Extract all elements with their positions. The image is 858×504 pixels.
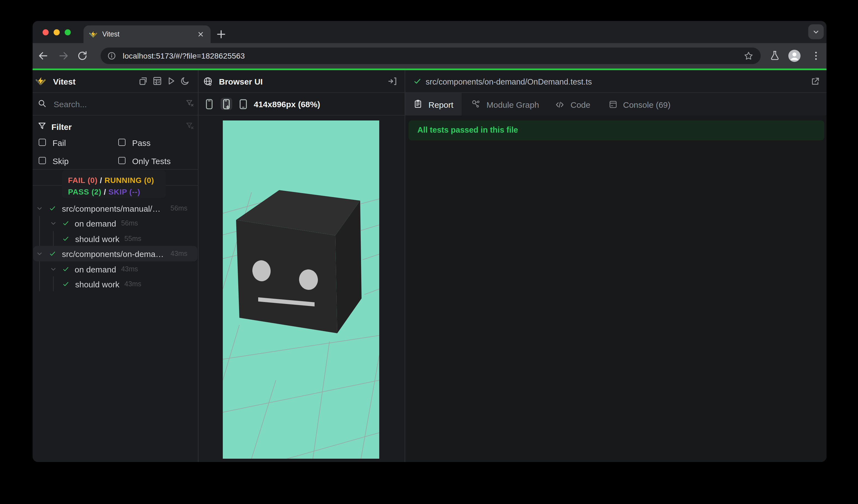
device-phone-plus-icon — [223, 99, 230, 109]
pass-check-icon — [62, 235, 69, 242]
tab-module-graph[interactable]: Module Graph — [487, 100, 539, 110]
extension-flask-icon[interactable] — [769, 50, 781, 61]
open-external-icon[interactable] — [810, 77, 820, 86]
url-text[interactable]: localhost:5173/#/?file=1828625563 — [123, 51, 245, 60]
dashboard-icon[interactable] — [153, 76, 162, 86]
zoom-window-button[interactable] — [64, 29, 70, 35]
tree-row-test[interactable]: should work 55ms — [33, 231, 198, 246]
browser-menu-kebab-icon[interactable] — [810, 50, 822, 61]
code-icon — [555, 100, 565, 110]
tree-row-suite[interactable]: on demand 56ms — [33, 215, 198, 231]
pass-check-icon — [49, 250, 56, 257]
console-icon — [609, 100, 618, 109]
vitest-logo-icon — [35, 76, 46, 87]
search-input[interactable]: Search... — [54, 99, 87, 109]
tab-report[interactable]: Report — [428, 100, 453, 110]
browser-window: Vitest localhost:5173/#/?file=1828625563 — [33, 21, 826, 462]
chevron-down-icon[interactable] — [50, 220, 57, 226]
app-content: Vitest Search... — [33, 70, 826, 462]
browser-ui-panel: Browser UI 414x896px (68%) — [198, 70, 405, 462]
stats-line-1: FAIL (0) / RUNNING (0) — [68, 176, 154, 184]
viewport-size-label: 414x896px (68%) — [254, 99, 320, 109]
threejs-scene — [223, 120, 379, 459]
tree-row-file[interactable]: src/components/manual/… 56ms — [33, 200, 198, 216]
filter-pass-label: Pass — [132, 138, 150, 147]
chevron-down-icon[interactable] — [36, 205, 43, 211]
back-icon[interactable] — [37, 50, 49, 61]
forward-icon[interactable] — [58, 50, 69, 61]
file-pass-check-icon — [414, 77, 421, 85]
filter-icon — [37, 121, 46, 130]
tab-search-chevron-button[interactable] — [808, 24, 824, 39]
tested-app-viewport[interactable] — [223, 120, 379, 459]
filter-only-tests-label: Only Tests — [132, 156, 171, 165]
pass-check-icon — [62, 266, 69, 273]
tree-row-suite[interactable]: on demand 43ms — [33, 261, 198, 277]
address-bar[interactable]: localhost:5173/#/?file=1828625563 — [101, 48, 761, 64]
result-file-path: src/components/on-demand/OnDemand.test.t… — [426, 77, 592, 86]
filter-only-tests-checkbox[interactable] — [118, 157, 126, 164]
device-phone-small-icon[interactable] — [206, 99, 213, 110]
tab-strip: Vitest — [33, 21, 826, 43]
profile-avatar[interactable] — [788, 49, 799, 60]
screen: Vitest localhost:5173/#/?file=1828625563 — [0, 0, 858, 504]
search-icon — [37, 99, 46, 108]
dock-panel-right-icon[interactable] — [387, 76, 397, 86]
all-tests-passed-banner: All tests passed in this file — [409, 120, 824, 140]
sidebar-title: Vitest — [53, 77, 76, 86]
device-tablet-icon[interactable] — [239, 99, 247, 110]
tab-close-icon[interactable] — [196, 30, 205, 39]
filter-skip-checkbox[interactable] — [39, 157, 46, 164]
report-clipboard-icon — [414, 99, 423, 108]
close-window-button[interactable] — [42, 29, 48, 35]
preview-panel-title: Browser UI — [219, 77, 263, 86]
tree-row-test[interactable]: should work 43ms — [33, 276, 198, 292]
results-panel: src/components/on-demand/OnDemand.test.t… — [405, 70, 826, 462]
pass-check-icon — [62, 281, 69, 287]
vitest-favicon — [89, 30, 97, 38]
sidebar: Vitest Search... — [33, 70, 198, 462]
tree-row-file[interactable]: src/components/on-dema… 43ms — [33, 246, 198, 261]
collapse-panels-icon[interactable] — [139, 76, 148, 86]
browser-toolbar: localhost:5173/#/?file=1828625563 — [33, 43, 826, 68]
report-content: All tests passed in this file — [405, 115, 826, 462]
minimize-window-button[interactable] — [53, 29, 60, 35]
tab-code[interactable]: Code — [571, 100, 590, 110]
device-phone-selected-bg[interactable] — [221, 98, 232, 110]
filter-title: Filter — [51, 122, 72, 131]
module-graph-icon — [471, 99, 480, 109]
filter-fail-label: Fail — [52, 138, 66, 147]
run-all-icon[interactable] — [166, 76, 176, 86]
clear-filters-icon[interactable] — [185, 121, 194, 130]
bookmark-star-icon[interactable] — [744, 51, 753, 61]
filter-skip-label: Skip — [52, 156, 68, 165]
tab-title: Vitest — [102, 30, 120, 38]
tab-console[interactable]: Console (69) — [623, 100, 671, 110]
chevron-down-icon[interactable] — [50, 266, 57, 272]
browser-tab[interactable]: Vitest — [83, 26, 211, 43]
chevron-down-icon[interactable] — [36, 250, 43, 257]
dark-mode-moon-icon[interactable] — [180, 76, 190, 86]
globe-icon — [203, 76, 213, 86]
site-info-icon[interactable] — [107, 51, 116, 60]
pass-check-icon — [49, 205, 56, 212]
pass-check-icon — [62, 220, 69, 227]
new-tab-button[interactable] — [215, 28, 227, 40]
reload-icon[interactable] — [77, 50, 88, 61]
filter-pass-checkbox[interactable] — [118, 139, 126, 146]
clear-search-filter-icon[interactable] — [185, 99, 194, 108]
stats-line-2: PASS (2) / SKIP (--) — [68, 188, 140, 196]
filter-fail-checkbox[interactable] — [39, 139, 46, 146]
